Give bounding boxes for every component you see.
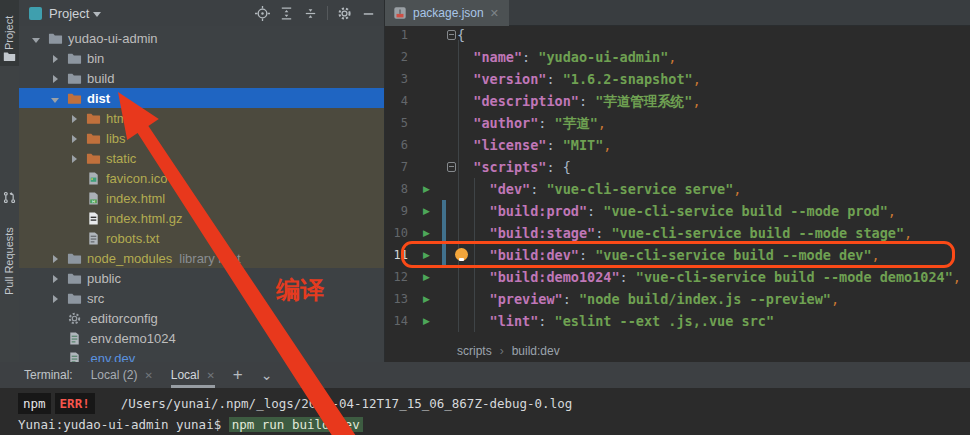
folder-orange-icon bbox=[85, 150, 101, 166]
locate-file-icon[interactable] bbox=[255, 6, 270, 21]
settings-gear-icon[interactable] bbox=[337, 6, 352, 21]
tree-item-static[interactable]: static bbox=[19, 148, 384, 168]
terminal-tab-local-2[interactable]: Local (2) ✕ bbox=[91, 362, 153, 388]
fold-region-icon[interactable] bbox=[447, 30, 456, 40]
run-script-icon[interactable]: ▶ bbox=[423, 266, 430, 288]
line-number: 5 bbox=[385, 112, 408, 134]
tree-item-label: .env.demo1024 bbox=[87, 331, 176, 346]
code-text: "preview": "node build/index.js --previe… bbox=[457, 288, 839, 310]
tree-item-src[interactable]: src bbox=[19, 288, 384, 308]
terminal-tab-label: Local (2) bbox=[91, 368, 138, 382]
file-image-icon bbox=[85, 170, 101, 186]
npm-chip: npm bbox=[18, 393, 51, 414]
chevron-collapsed-icon[interactable] bbox=[67, 111, 81, 126]
tree-item-robots-txt[interactable]: robots.txt bbox=[19, 228, 384, 248]
tree-item-bin[interactable]: bin bbox=[19, 48, 384, 68]
chevron-down-icon[interactable]: ⌄ bbox=[261, 367, 273, 383]
breadcrumb-separator: › bbox=[500, 344, 504, 358]
tree-item--editorconfig[interactable]: .editorconfig bbox=[19, 308, 384, 328]
error-badge: ERR! bbox=[55, 393, 95, 414]
chevron-down-icon[interactable] bbox=[93, 12, 101, 17]
terminal-panel: Terminal: Local (2) ✕ Local ✕ + ⌄ npmERR… bbox=[0, 362, 970, 435]
tree-item-label: dist bbox=[87, 91, 110, 106]
file-env-icon bbox=[66, 330, 82, 346]
code-editor[interactable]: 1{2 "name": "yudao-ui-admin",3 "version"… bbox=[385, 24, 970, 340]
code-text: "lint": "eslint --ext .js,.vue src" bbox=[457, 310, 774, 332]
chevron-collapsed-icon[interactable] bbox=[48, 291, 62, 306]
code-line-9[interactable]: 9▶ "build:prod": "vue-cli-service build … bbox=[385, 200, 970, 222]
tree-item-dist[interactable]: dist bbox=[19, 88, 384, 108]
code-line-2[interactable]: 2 "name": "yudao-ui-admin", bbox=[385, 46, 970, 68]
editor-tab-bar: package.json ✕ bbox=[385, 0, 970, 26]
fold-region-icon[interactable] bbox=[447, 162, 456, 172]
chevron-collapsed-icon[interactable] bbox=[48, 71, 62, 86]
chevron-expanded-icon[interactable] bbox=[29, 31, 43, 46]
tree-item-build[interactable]: build bbox=[19, 68, 384, 88]
code-line-14[interactable]: 14▶ "lint": "eslint --ext .js,.vue src" bbox=[385, 310, 970, 332]
chevron-collapsed-icon[interactable] bbox=[48, 271, 62, 286]
code-line-5[interactable]: 5 "author": "芋道", bbox=[385, 112, 970, 134]
code-text: "description": "芋道管理系统", bbox=[457, 90, 701, 112]
close-tab-icon[interactable]: ✕ bbox=[490, 7, 499, 20]
tree-item-yudao-ui-admin[interactable]: yudao-ui-admin bbox=[19, 28, 384, 48]
stripe-button-project[interactable]: Project bbox=[0, 0, 19, 66]
code-line-7[interactable]: 7 "scripts": { bbox=[385, 156, 970, 178]
breadcrumb-scripts[interactable]: scripts bbox=[457, 344, 492, 358]
chevron-collapsed-icon[interactable] bbox=[48, 51, 62, 66]
code-line-8[interactable]: 8▶ "dev": "vue-cli-service serve", bbox=[385, 178, 970, 200]
code-line-12[interactable]: 12▶ "build:demo1024": "vue-cli-service b… bbox=[385, 266, 970, 288]
folder-gray-icon bbox=[66, 290, 82, 306]
line-number: 4 bbox=[385, 90, 408, 112]
code-line-13[interactable]: 13▶ "preview": "node build/index.js --pr… bbox=[385, 288, 970, 310]
hide-panel-icon[interactable] bbox=[361, 6, 376, 21]
collapse-all-icon[interactable] bbox=[303, 6, 318, 21]
tree-item-index-html-gz[interactable]: index.html.gz bbox=[19, 208, 384, 228]
shell-prompt: Yunai:yudao-ui-admin yunai$ bbox=[18, 417, 229, 432]
chevron-expanded-icon[interactable] bbox=[48, 91, 62, 106]
terminal-output[interactable]: npmERR!/Users/yunai/.npm/_logs/2022-04-1… bbox=[0, 388, 970, 435]
tree-item--env-dev[interactable]: .env.dev bbox=[19, 348, 384, 362]
chevron-collapsed-icon[interactable] bbox=[48, 251, 62, 266]
code-line-1[interactable]: 1{ bbox=[385, 24, 970, 46]
tree-item-libs[interactable]: libs bbox=[19, 128, 384, 148]
code-line-4[interactable]: 4 "description": "芋道管理系统", bbox=[385, 90, 970, 112]
line-number: 2 bbox=[385, 46, 408, 68]
tree-item-node-modules[interactable]: node_moduleslibrary root bbox=[19, 248, 384, 268]
close-icon[interactable]: ✕ bbox=[206, 370, 214, 381]
tree-item--env-demo1024[interactable]: .env.demo1024 bbox=[19, 328, 384, 348]
tab-package-json[interactable]: package.json ✕ bbox=[385, 0, 509, 26]
terminal-line-error: npmERR!/Users/yunai/.npm/_logs/2022-04-1… bbox=[18, 393, 970, 414]
line-number: 7 bbox=[385, 156, 408, 178]
chevron-collapsed-icon[interactable] bbox=[67, 131, 81, 146]
run-script-icon[interactable]: ▶ bbox=[423, 288, 430, 310]
terminal-tab-local[interactable]: Local ✕ bbox=[171, 362, 215, 388]
tree-item-label: node_modules bbox=[87, 251, 172, 266]
chevron-collapsed-icon[interactable] bbox=[67, 151, 81, 166]
tree-item-html[interactable]: html bbox=[19, 108, 384, 128]
tree-item-label: index.html bbox=[106, 191, 165, 206]
run-script-icon[interactable]: ▶ bbox=[423, 310, 430, 332]
editor-area: package.json ✕ 1{2 "name": "yudao-ui-adm… bbox=[385, 0, 970, 362]
code-text: "name": "yudao-ui-admin", bbox=[457, 46, 677, 68]
file-gz-icon bbox=[85, 210, 101, 226]
code-line-6[interactable]: 6 "license": "MIT", bbox=[385, 134, 970, 156]
code-text: "license": "MIT", bbox=[457, 134, 611, 156]
tree-item-public[interactable]: public bbox=[19, 268, 384, 288]
close-icon[interactable]: ✕ bbox=[144, 370, 152, 381]
breadcrumb-build-dev[interactable]: build:dev bbox=[512, 344, 560, 358]
line-number: 8 bbox=[385, 178, 408, 200]
stripe-button-pull-requests[interactable]: Pull Requests bbox=[0, 185, 19, 320]
expand-all-icon[interactable] bbox=[279, 6, 294, 21]
run-script-icon[interactable]: ▶ bbox=[423, 200, 430, 222]
tree-item-index-html[interactable]: Hindex.html bbox=[19, 188, 384, 208]
run-script-icon[interactable]: ▶ bbox=[423, 178, 430, 200]
line-number: 6 bbox=[385, 134, 408, 156]
project-folder-icon bbox=[3, 49, 16, 62]
tree-item-label: yudao-ui-admin bbox=[68, 31, 158, 46]
terminal-prompt-line: Yunai:yudao-ui-admin yunai$ npm run buil… bbox=[18, 414, 970, 435]
folder-gray-icon bbox=[66, 70, 82, 86]
new-terminal-plus-icon[interactable]: + bbox=[233, 365, 243, 385]
tree-item-favicon-ico[interactable]: favicon.ico bbox=[19, 168, 384, 188]
pull-request-icon bbox=[3, 190, 16, 203]
code-line-3[interactable]: 3 "version": "1.6.2-snapshot", bbox=[385, 68, 970, 90]
